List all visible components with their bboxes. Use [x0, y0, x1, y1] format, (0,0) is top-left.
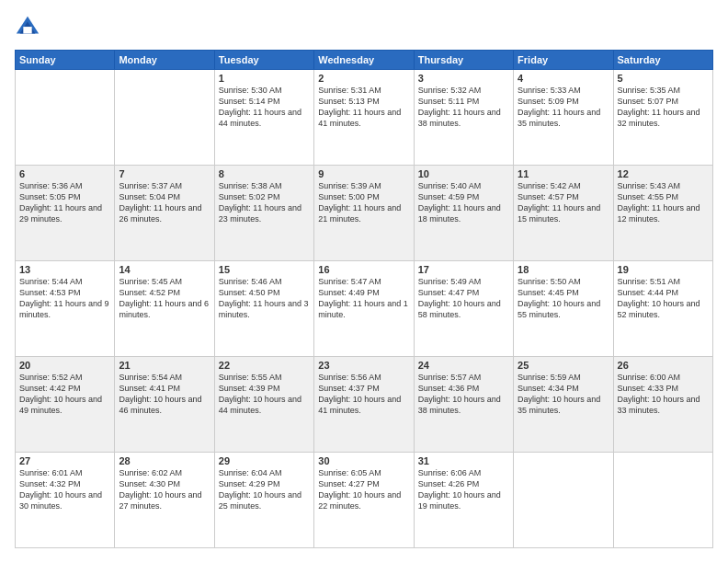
- calendar-header-sunday: Sunday: [16, 51, 115, 70]
- calendar-cell: 12Sunrise: 5:43 AM Sunset: 4:55 PM Dayli…: [613, 166, 712, 261]
- calendar-cell: 9Sunrise: 5:39 AM Sunset: 5:00 PM Daylig…: [314, 166, 414, 261]
- calendar-cell: 29Sunrise: 6:04 AM Sunset: 4:29 PM Dayli…: [214, 453, 313, 548]
- day-info: Sunrise: 6:00 AM Sunset: 4:33 PM Dayligh…: [618, 372, 709, 417]
- day-number: 12: [618, 168, 709, 179]
- day-info: Sunrise: 5:32 AM Sunset: 5:11 PM Dayligh…: [418, 85, 509, 130]
- day-info: Sunrise: 5:59 AM Sunset: 4:34 PM Dayligh…: [518, 372, 609, 417]
- calendar-cell: 13Sunrise: 5:44 AM Sunset: 4:53 PM Dayli…: [16, 261, 115, 357]
- day-number: 9: [318, 168, 409, 179]
- calendar-cell: 22Sunrise: 5:55 AM Sunset: 4:39 PM Dayli…: [214, 357, 313, 453]
- calendar-week-1: 6Sunrise: 5:36 AM Sunset: 5:05 PM Daylig…: [16, 166, 713, 261]
- page: SundayMondayTuesdayWednesdayThursdayFrid…: [0, 0, 728, 563]
- calendar-cell: [613, 453, 712, 548]
- day-number: 6: [19, 168, 110, 179]
- day-info: Sunrise: 5:40 AM Sunset: 4:59 PM Dayligh…: [418, 180, 509, 225]
- calendar-cell: 18Sunrise: 5:50 AM Sunset: 4:45 PM Dayli…: [514, 261, 613, 357]
- day-number: 15: [219, 264, 310, 275]
- calendar-cell: 24Sunrise: 5:57 AM Sunset: 4:36 PM Dayli…: [414, 357, 513, 453]
- day-info: Sunrise: 5:43 AM Sunset: 4:55 PM Dayligh…: [618, 180, 709, 225]
- day-number: 20: [19, 360, 110, 371]
- day-number: 28: [119, 455, 210, 466]
- day-number: 27: [19, 455, 110, 466]
- calendar-cell: 27Sunrise: 6:01 AM Sunset: 4:32 PM Dayli…: [16, 453, 115, 548]
- day-info: Sunrise: 5:55 AM Sunset: 4:39 PM Dayligh…: [219, 372, 310, 417]
- day-info: Sunrise: 5:50 AM Sunset: 4:45 PM Dayligh…: [518, 276, 609, 321]
- day-number: 2: [318, 73, 409, 84]
- day-number: 26: [618, 360, 709, 371]
- day-number: 4: [518, 73, 609, 84]
- day-number: 7: [119, 168, 210, 179]
- day-info: Sunrise: 5:31 AM Sunset: 5:13 PM Dayligh…: [318, 85, 409, 130]
- calendar-header-thursday: Thursday: [414, 51, 513, 70]
- calendar-cell: 15Sunrise: 5:46 AM Sunset: 4:50 PM Dayli…: [214, 261, 313, 357]
- calendar-cell: 11Sunrise: 5:42 AM Sunset: 4:57 PM Dayli…: [514, 166, 613, 261]
- calendar-week-2: 13Sunrise: 5:44 AM Sunset: 4:53 PM Dayli…: [16, 261, 713, 357]
- day-info: Sunrise: 5:49 AM Sunset: 4:47 PM Dayligh…: [418, 276, 509, 321]
- calendar-cell: 10Sunrise: 5:40 AM Sunset: 4:59 PM Dayli…: [414, 166, 513, 261]
- day-number: 8: [219, 168, 310, 179]
- calendar-cell: 4Sunrise: 5:33 AM Sunset: 5:09 PM Daylig…: [514, 70, 613, 166]
- calendar-cell: 8Sunrise: 5:38 AM Sunset: 5:02 PM Daylig…: [214, 166, 313, 261]
- day-number: 16: [318, 264, 409, 275]
- logo: [15, 15, 42, 40]
- day-info: Sunrise: 5:54 AM Sunset: 4:41 PM Dayligh…: [119, 372, 210, 417]
- calendar-cell: 17Sunrise: 5:49 AM Sunset: 4:47 PM Dayli…: [414, 261, 513, 357]
- day-info: Sunrise: 5:52 AM Sunset: 4:42 PM Dayligh…: [19, 372, 110, 417]
- day-info: Sunrise: 6:06 AM Sunset: 4:26 PM Dayligh…: [418, 467, 509, 512]
- calendar-header-row: SundayMondayTuesdayWednesdayThursdayFrid…: [16, 51, 713, 70]
- day-number: 3: [418, 73, 509, 84]
- day-number: 31: [418, 455, 509, 466]
- calendar-cell: 16Sunrise: 5:47 AM Sunset: 4:49 PM Dayli…: [314, 261, 414, 357]
- day-number: 30: [318, 455, 409, 466]
- day-info: Sunrise: 5:57 AM Sunset: 4:36 PM Dayligh…: [418, 372, 509, 417]
- calendar-cell: 14Sunrise: 5:45 AM Sunset: 4:52 PM Dayli…: [115, 261, 214, 357]
- calendar-cell: [16, 70, 115, 166]
- day-info: Sunrise: 6:05 AM Sunset: 4:27 PM Dayligh…: [318, 467, 409, 512]
- day-number: 18: [518, 264, 609, 275]
- day-number: 19: [618, 264, 709, 275]
- calendar-cell: 23Sunrise: 5:56 AM Sunset: 4:37 PM Dayli…: [314, 357, 414, 453]
- header: [15, 15, 713, 40]
- day-info: Sunrise: 5:56 AM Sunset: 4:37 PM Dayligh…: [318, 372, 409, 417]
- day-info: Sunrise: 5:51 AM Sunset: 4:44 PM Dayligh…: [618, 276, 709, 321]
- calendar-cell: 19Sunrise: 5:51 AM Sunset: 4:44 PM Dayli…: [613, 261, 712, 357]
- day-info: Sunrise: 5:42 AM Sunset: 4:57 PM Dayligh…: [518, 180, 609, 225]
- calendar-week-0: 1Sunrise: 5:30 AM Sunset: 5:14 PM Daylig…: [16, 70, 713, 166]
- day-info: Sunrise: 5:38 AM Sunset: 5:02 PM Dayligh…: [219, 180, 310, 225]
- calendar-cell: 3Sunrise: 5:32 AM Sunset: 5:11 PM Daylig…: [414, 70, 513, 166]
- day-number: 10: [418, 168, 509, 179]
- day-number: 5: [618, 73, 709, 84]
- day-number: 11: [518, 168, 609, 179]
- calendar-header-monday: Monday: [115, 51, 214, 70]
- day-info: Sunrise: 5:39 AM Sunset: 5:00 PM Dayligh…: [318, 180, 409, 225]
- day-info: Sunrise: 5:33 AM Sunset: 5:09 PM Dayligh…: [518, 85, 609, 130]
- day-number: 25: [518, 360, 609, 371]
- day-info: Sunrise: 5:35 AM Sunset: 5:07 PM Dayligh…: [618, 85, 709, 130]
- calendar-cell: 20Sunrise: 5:52 AM Sunset: 4:42 PM Dayli…: [16, 357, 115, 453]
- calendar-cell: 31Sunrise: 6:06 AM Sunset: 4:26 PM Dayli…: [414, 453, 513, 548]
- day-info: Sunrise: 5:46 AM Sunset: 4:50 PM Dayligh…: [219, 276, 310, 321]
- day-number: 29: [219, 455, 310, 466]
- day-info: Sunrise: 6:04 AM Sunset: 4:29 PM Dayligh…: [219, 467, 310, 512]
- calendar-cell: 21Sunrise: 5:54 AM Sunset: 4:41 PM Dayli…: [115, 357, 214, 453]
- calendar-table: SundayMondayTuesdayWednesdayThursdayFrid…: [15, 50, 713, 548]
- calendar-cell: 25Sunrise: 5:59 AM Sunset: 4:34 PM Dayli…: [514, 357, 613, 453]
- day-number: 17: [418, 264, 509, 275]
- calendar-header-saturday: Saturday: [613, 51, 712, 70]
- calendar-header-tuesday: Tuesday: [214, 51, 313, 70]
- calendar-header-friday: Friday: [514, 51, 613, 70]
- logo-icon: [15, 15, 40, 40]
- day-info: Sunrise: 5:45 AM Sunset: 4:52 PM Dayligh…: [119, 276, 210, 321]
- calendar-header-wednesday: Wednesday: [314, 51, 414, 70]
- day-number: 23: [318, 360, 409, 371]
- calendar-cell: 26Sunrise: 6:00 AM Sunset: 4:33 PM Dayli…: [613, 357, 712, 453]
- calendar-cell: 6Sunrise: 5:36 AM Sunset: 5:05 PM Daylig…: [16, 166, 115, 261]
- calendar-cell: 30Sunrise: 6:05 AM Sunset: 4:27 PM Dayli…: [314, 453, 414, 548]
- calendar-cell: 1Sunrise: 5:30 AM Sunset: 5:14 PM Daylig…: [214, 70, 313, 166]
- day-number: 21: [119, 360, 210, 371]
- calendar-cell: 28Sunrise: 6:02 AM Sunset: 4:30 PM Dayli…: [115, 453, 214, 548]
- day-number: 24: [418, 360, 509, 371]
- calendar-cell: [115, 70, 214, 166]
- day-number: 1: [219, 73, 310, 84]
- day-info: Sunrise: 5:30 AM Sunset: 5:14 PM Dayligh…: [219, 85, 310, 130]
